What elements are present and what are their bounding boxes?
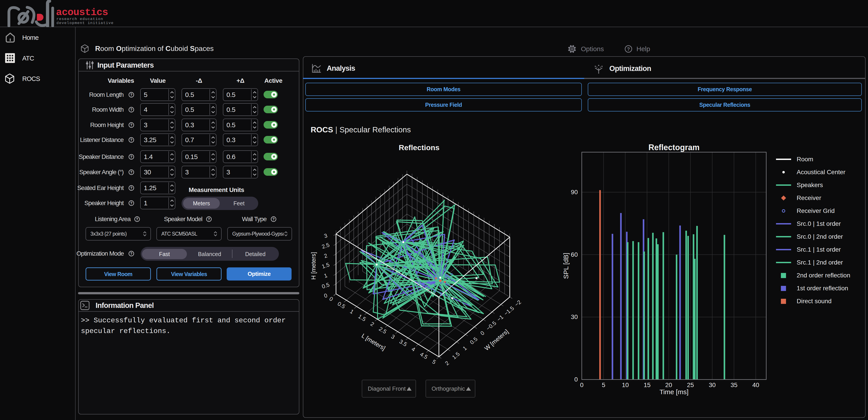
svg-text:?: ?	[130, 108, 132, 112]
svg-text:1.5: 1.5	[357, 313, 367, 323]
svg-text:?: ?	[130, 155, 132, 159]
svg-text:90: 90	[571, 189, 578, 196]
svg-text:0: 0	[580, 382, 584, 388]
svg-text:W [meters]: W [meters]	[483, 328, 510, 352]
svg-text:4.5: 4.5	[419, 351, 429, 360]
svg-text:?: ?	[130, 252, 132, 256]
svg-text:4: 4	[410, 346, 416, 353]
svg-text:0: 0	[574, 376, 578, 383]
svg-text:?: ?	[136, 217, 138, 221]
svg-text:?: ?	[130, 170, 132, 174]
svg-text:10: 10	[622, 382, 629, 388]
svg-text:3: 3	[323, 232, 328, 239]
svg-text:L [meters]: L [meters]	[361, 332, 386, 352]
svg-text:1: 1	[323, 272, 328, 279]
svg-text:?: ?	[130, 138, 132, 142]
svg-text:Acoustical Center: Acoustical Center	[797, 169, 845, 175]
svg-text:Room: Room	[797, 156, 813, 163]
svg-text:research education: research education	[57, 17, 103, 21]
svg-text:2: 2	[369, 320, 375, 328]
svg-text:60: 60	[571, 251, 578, 258]
svg-text:20: 20	[665, 382, 672, 388]
svg-text:1st order reflection: 1st order reflection	[797, 285, 848, 292]
svg-text:2.5: 2.5	[321, 242, 330, 250]
svg-text:35: 35	[731, 382, 737, 388]
svg-text:?: ?	[130, 123, 132, 127]
svg-text:?: ?	[130, 93, 132, 97]
svg-text:H [meters]: H [meters]	[310, 252, 317, 280]
svg-text:15: 15	[644, 382, 650, 388]
svg-text:Src.1 | 1st order: Src.1 | 1st order	[797, 246, 841, 253]
svg-text:SPL [dB]: SPL [dB]	[562, 253, 569, 279]
svg-text:−1.5: −1.5	[503, 305, 515, 317]
svg-text:1: 1	[349, 308, 355, 315]
svg-text:0.5: 0.5	[337, 300, 346, 310]
svg-text:2: 2	[323, 252, 328, 259]
svg-text:Reflectogram: Reflectogram	[648, 143, 700, 152]
svg-text:0: 0	[328, 296, 334, 302]
svg-text:Src.1 | 2nd order: Src.1 | 2nd order	[797, 259, 843, 266]
svg-text:Speakers: Speakers	[797, 181, 823, 189]
svg-text:40: 40	[752, 382, 759, 388]
svg-text:5: 5	[602, 382, 605, 388]
svg-text:Time [ms]: Time [ms]	[659, 388, 689, 395]
svg-text:Src.0 | 2nd order: Src.0 | 2nd order	[797, 233, 843, 240]
svg-text:?: ?	[627, 46, 630, 52]
svg-text:2: 2	[444, 360, 450, 366]
svg-text:3.5: 3.5	[398, 338, 408, 347]
svg-text:0.5: 0.5	[321, 281, 330, 290]
svg-text:acoustics: acoustics	[56, 7, 108, 18]
svg-text:0.5: 0.5	[469, 336, 479, 345]
svg-text:?: ?	[273, 217, 275, 221]
svg-text:−1: −1	[496, 314, 504, 323]
svg-text:2nd order reflection: 2nd order reflection	[797, 272, 850, 279]
svg-text:0: 0	[323, 292, 328, 299]
svg-text:Receiver Grid: Receiver Grid	[797, 207, 835, 214]
svg-text:1.5: 1.5	[451, 351, 461, 360]
svg-text:Receiver: Receiver	[797, 194, 821, 201]
svg-text:1.5: 1.5	[321, 261, 330, 270]
svg-text:Src.0 | 1st order: Src.0 | 1st order	[797, 220, 841, 227]
svg-text:development initiative: development initiative	[57, 21, 114, 25]
svg-text:2.5: 2.5	[378, 326, 388, 335]
svg-text:?: ?	[130, 186, 132, 190]
svg-text:30: 30	[571, 313, 578, 320]
svg-text:3: 3	[390, 333, 396, 340]
svg-text:1: 1	[462, 345, 468, 352]
svg-text:Reflections: Reflections	[399, 143, 439, 152]
svg-text:25: 25	[687, 382, 694, 388]
svg-text:5: 5	[431, 358, 437, 365]
svg-text:−2: −2	[513, 299, 522, 308]
svg-text:30: 30	[709, 382, 716, 388]
svg-text:−0.5: −0.5	[485, 320, 497, 332]
svg-text:0: 0	[479, 330, 486, 336]
svg-text:?: ?	[208, 217, 210, 221]
svg-text:?: ?	[130, 201, 132, 205]
svg-text:Direct sound: Direct sound	[797, 298, 832, 305]
